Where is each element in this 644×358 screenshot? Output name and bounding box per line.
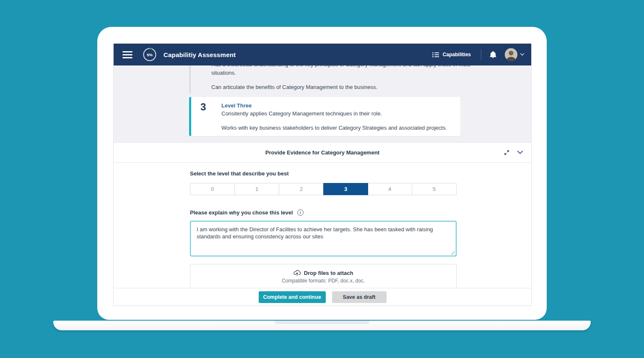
- level-option-5[interactable]: 5: [412, 183, 456, 195]
- laptop-screen-frame: 5% Capabilitiy Assessment Capabilities: [97, 27, 547, 320]
- evidence-panel-title: Provide Evidence for Category Management: [114, 149, 531, 156]
- level-description-1: Consitently applies Category Management …: [221, 110, 447, 117]
- page-title: Capabilitiy Assessment: [164, 51, 236, 58]
- expand-panel-button[interactable]: [504, 149, 510, 156]
- collapse-panel-button[interactable]: [517, 150, 523, 155]
- expand-icon: [504, 149, 510, 156]
- level-option-1[interactable]: 1: [235, 183, 279, 195]
- app-header: 5% Capabilitiy Assessment Capabilities: [114, 44, 531, 65]
- level-option-4[interactable]: 4: [368, 183, 412, 195]
- header-right-cluster: Capabilities: [432, 48, 525, 61]
- user-avatar[interactable]: [505, 48, 517, 61]
- nav-capabilities[interactable]: Capabilities: [432, 52, 471, 57]
- save-as-draft-button[interactable]: Save as draft: [332, 291, 387, 303]
- evidence-panel-header: Provide Evidence for Category Management: [114, 142, 531, 163]
- drop-files-label: Drop files to attach: [304, 270, 353, 276]
- complete-and-continue-button[interactable]: Complete and continue: [259, 291, 326, 303]
- info-icon[interactable]: [297, 209, 304, 216]
- notifications-button[interactable]: [490, 51, 496, 58]
- form-footer: Complete and continue Save as draft: [114, 288, 531, 306]
- previous-level-accent-bar: [189, 65, 191, 93]
- level-description-2: Works with key business stakeholders to …: [221, 124, 447, 131]
- drop-formats-label: Compatible formats: PDF, doc.x, doc.: [282, 278, 365, 284]
- evidence-form: Select the level that describe you best …: [114, 163, 531, 288]
- previous-level-text: Has a theoretical understanding of the k…: [211, 65, 531, 91]
- explanation-field-wrap: I am working with the Director of Facili…: [190, 221, 457, 256]
- avatar-photo: [505, 48, 517, 61]
- level-option-3-selected[interactable]: 3: [323, 183, 368, 195]
- header-divider: [481, 49, 481, 60]
- evidence-panel-controls: [504, 149, 531, 156]
- hamburger-menu-icon[interactable]: [122, 51, 132, 58]
- list-icon: [432, 52, 439, 57]
- explanation-textarea[interactable]: I am working with the Director of Facili…: [190, 221, 457, 256]
- chevron-down-icon: [520, 53, 525, 56]
- level-selector: 0 1 2 3 4 5: [190, 183, 457, 195]
- level-number: 3: [200, 102, 221, 136]
- previous-level-line: Can articulate the benefits of Category …: [211, 84, 531, 91]
- laptop-base: [53, 321, 591, 330]
- clipped-text-line: Has a theoretical understanding of the k…: [211, 65, 530, 68]
- app-window: 5% Capabilitiy Assessment Capabilities: [113, 43, 532, 306]
- level-option-0[interactable]: 0: [190, 183, 235, 195]
- progress-value: 5%: [143, 47, 157, 62]
- level-title: Level Three: [221, 102, 447, 109]
- nav-capabilities-label: Capabilities: [443, 52, 471, 57]
- level-three-card: 3 Level Three Consitently applies Catego…: [189, 97, 460, 136]
- levels-description-panel: Has a theoretical understanding of the k…: [114, 65, 531, 142]
- level-option-2[interactable]: 2: [279, 183, 324, 195]
- select-level-label: Select the level that describe you best: [190, 170, 457, 177]
- laptop-base-notch: [274, 321, 370, 324]
- chevron-down-icon: [517, 150, 523, 155]
- file-drop-zone[interactable]: Drop files to attach Compatible formats:…: [190, 264, 457, 288]
- user-menu-chevron[interactable]: [520, 53, 525, 56]
- bell-icon: [490, 51, 496, 58]
- progress-ring: 5%: [143, 47, 157, 62]
- level-text-block: Level Three Consitently applies Category…: [221, 102, 447, 136]
- previous-level-tail: situations.: [211, 69, 531, 76]
- upload-cloud-icon: [293, 270, 301, 276]
- explain-label: Please explain why you chose this level: [190, 209, 293, 216]
